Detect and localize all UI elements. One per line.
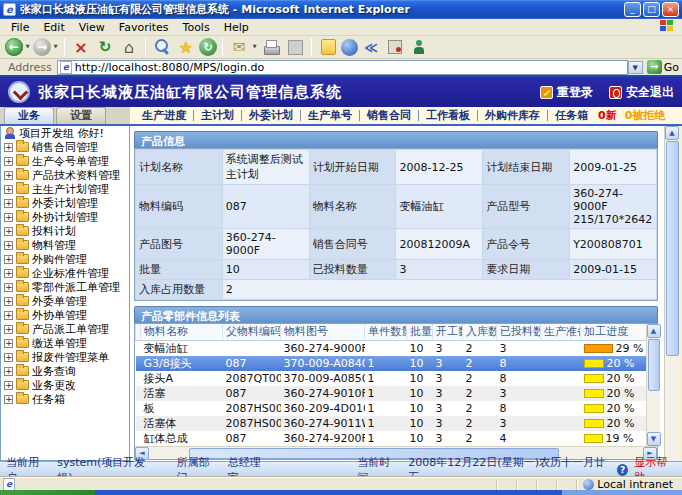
- parts-row-3[interactable]: 活塞087360-274-9010F11032320 %: [136, 386, 646, 401]
- expand-icon[interactable]: [4, 311, 13, 320]
- forward-icon[interactable]: [33, 38, 51, 56]
- tab-设置[interactable]: 设置: [56, 107, 106, 124]
- expand-icon[interactable]: [4, 283, 13, 292]
- close-button[interactable]: ×: [662, 2, 679, 17]
- col-header[interactable]: 父物料编码: [223, 324, 281, 340]
- research-icon[interactable]: [384, 37, 406, 57]
- go-button[interactable]: → Go: [647, 60, 679, 74]
- maximize-button[interactable]: □: [643, 2, 660, 17]
- menu-edit[interactable]: Edit: [36, 20, 71, 35]
- tree-item-8[interactable]: 外购件管理: [1, 252, 129, 266]
- menu-help[interactable]: Help: [217, 20, 256, 35]
- mail-icon[interactable]: [228, 37, 250, 57]
- expand-icon[interactable]: [4, 199, 13, 208]
- help-icon[interactable]: ?: [617, 464, 628, 476]
- nav-item-4[interactable]: 销售合同: [367, 108, 411, 123]
- tree-item-13[interactable]: 产品派工单管理: [1, 322, 129, 336]
- mail-dropdown-icon[interactable]: [251, 37, 259, 57]
- expand-icon[interactable]: [4, 381, 13, 390]
- tree-item-0[interactable]: 销售合同管理: [1, 140, 129, 154]
- expand-icon[interactable]: [4, 297, 13, 306]
- expand-icon[interactable]: [4, 227, 13, 236]
- favorites-icon[interactable]: [175, 37, 197, 57]
- stop-icon[interactable]: [70, 37, 92, 57]
- tab-业务[interactable]: 业务: [4, 107, 54, 124]
- parts-row-5[interactable]: 活塞体2087HS002360-274-9011W11032320 %: [136, 416, 646, 431]
- back-dropdown-icon[interactable]: [24, 37, 32, 57]
- scroll-up-icon[interactable]: ▲: [665, 126, 679, 140]
- nav-item-7[interactable]: 任务箱: [555, 108, 588, 123]
- scroll-down-icon[interactable]: ▼: [647, 432, 661, 446]
- web-icon[interactable]: [341, 39, 358, 56]
- parts-vertical-scrollbar[interactable]: ▲ ▼: [646, 324, 660, 446]
- refresh-icon[interactable]: [94, 37, 116, 57]
- messenger-icon[interactable]: [408, 37, 430, 57]
- nav-item-2[interactable]: 外委计划: [249, 108, 293, 123]
- tree-item-16[interactable]: 业务查询: [1, 364, 129, 378]
- back-icon[interactable]: [5, 38, 23, 56]
- tree-item-15[interactable]: 报废件管理菜单: [1, 350, 129, 364]
- expand-icon[interactable]: [4, 395, 13, 404]
- expand-icon[interactable]: [4, 325, 13, 334]
- tree-item-11[interactable]: 外委单管理: [1, 294, 129, 308]
- expand-icon[interactable]: [4, 171, 13, 180]
- parts-row-0[interactable]: 变幅油缸360-274-9000F1032329 %: [136, 340, 646, 356]
- col-header[interactable]: 加工进度: [581, 324, 646, 340]
- expand-icon[interactable]: [4, 367, 13, 376]
- tree-item-1[interactable]: 生产令号单管理: [1, 154, 129, 168]
- history-icon[interactable]: [199, 38, 217, 56]
- tree-item-5[interactable]: 外协计划管理: [1, 210, 129, 224]
- expand-icon[interactable]: [4, 143, 13, 152]
- parts-row-2[interactable]: 接头A2087QT002370-009-A085011032820 %: [136, 371, 646, 386]
- nav-item-5[interactable]: 工作看板: [426, 108, 470, 123]
- tree-item-9[interactable]: 企业标准件管理: [1, 266, 129, 280]
- expand-icon[interactable]: [4, 241, 13, 250]
- scroll-up-icon[interactable]: ▲: [647, 324, 661, 338]
- logout-button[interactable]: 安全退出: [609, 84, 674, 101]
- tree-item-6[interactable]: 投料计划: [1, 224, 129, 238]
- expand-icon[interactable]: [4, 269, 13, 278]
- menu-file[interactable]: File: [4, 20, 36, 35]
- nav-item-3[interactable]: 生产单号: [308, 108, 352, 123]
- scroll-thumb[interactable]: [666, 141, 679, 356]
- tree-item-7[interactable]: 物料管理: [1, 238, 129, 252]
- tree-item-4[interactable]: 外委计划管理: [1, 196, 129, 210]
- edit-icon[interactable]: [284, 37, 306, 57]
- tree-item-2[interactable]: 产品技术资料管理: [1, 168, 129, 182]
- expand-icon[interactable]: [4, 157, 13, 166]
- scroll-track[interactable]: [665, 357, 679, 461]
- tree-item-17[interactable]: 业务更改: [1, 378, 129, 392]
- col-header[interactable]: 生产准备: [541, 324, 581, 340]
- scroll-track[interactable]: [647, 392, 660, 432]
- print-icon[interactable]: [260, 37, 282, 57]
- expand-icon[interactable]: [4, 255, 13, 264]
- expand-icon[interactable]: [4, 353, 13, 362]
- address-input[interactable]: http://localhost:8080/MPS/login.do: [57, 60, 628, 75]
- parts-row-1[interactable]: G3/8接头087370-009-A084011032820 %: [136, 356, 646, 371]
- tree-item-3[interactable]: 主生产计划管理: [1, 182, 129, 196]
- address-dropdown-icon[interactable]: ▼: [628, 61, 643, 74]
- tree-item-14[interactable]: 缴送单管理: [1, 336, 129, 350]
- menu-view[interactable]: View: [72, 20, 112, 35]
- parts-row-6[interactable]: 缸体总成087360-274-9200F11032419 %: [136, 431, 646, 446]
- col-header[interactable]: 已投料数: [497, 324, 541, 340]
- tree-item-12[interactable]: 外协单管理: [1, 308, 129, 322]
- nav-item-0[interactable]: 生产进度: [142, 108, 186, 123]
- nav-item-6[interactable]: 外购件库存: [485, 108, 540, 123]
- expand-icon[interactable]: [4, 185, 13, 194]
- minimize-button[interactable]: _: [624, 2, 641, 17]
- home-icon[interactable]: [118, 37, 140, 57]
- forward-dropdown-icon[interactable]: [52, 37, 60, 57]
- tree-item-18[interactable]: 任务箱: [1, 392, 129, 406]
- col-header[interactable]: 开工数: [433, 324, 463, 340]
- col-header[interactable]: 物料图号: [281, 324, 365, 340]
- search-icon[interactable]: [151, 37, 173, 57]
- nav-item-1[interactable]: 主计划: [201, 108, 234, 123]
- col-header[interactable]: 批量: [407, 324, 433, 340]
- expand-icon[interactable]: [4, 339, 13, 348]
- tree-item-10[interactable]: 零部件派工单管理: [1, 280, 129, 294]
- col-header[interactable]: 物料名称: [141, 324, 223, 340]
- parts-row-4[interactable]: 板2087HS002360-209-4D01011032820 %: [136, 401, 646, 416]
- menu-tools[interactable]: Tools: [176, 20, 217, 35]
- col-header[interactable]: 单件数量: [365, 324, 407, 340]
